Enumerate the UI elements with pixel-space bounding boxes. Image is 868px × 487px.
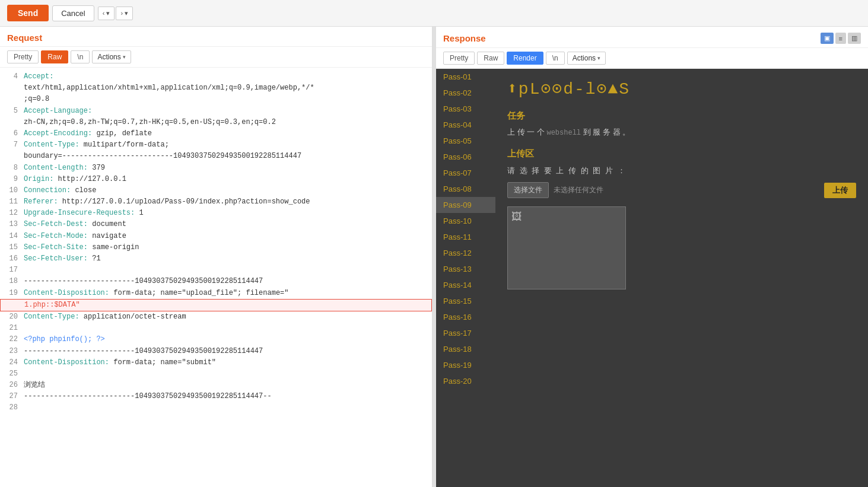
tab-response-n[interactable]: \n <box>546 52 565 65</box>
code-line: 18--------------------------104930375029… <box>0 276 432 287</box>
code-line: 8Content-Length: 379 <box>0 163 432 174</box>
code-line: 9Origin: http://127.0.0.1 <box>0 174 432 185</box>
pass-list-item[interactable]: Pass-18 <box>436 341 495 357</box>
upload-button[interactable]: 上传 <box>824 183 856 198</box>
code-line: 5Accept-Language: <box>0 106 432 117</box>
tab-request-raw[interactable]: Raw <box>41 50 68 63</box>
response-panel: Response ▣ ≡ ▥ Pretty Raw Render \n Acti… <box>436 27 868 487</box>
choose-file-button[interactable]: 选择文件 <box>507 182 549 198</box>
line-number: 27 <box>5 391 18 402</box>
header-key: Referer: <box>24 198 58 206</box>
line-number: 26 <box>5 380 18 391</box>
upload-row: 选择文件 未选择任何文件 上传 <box>507 182 856 198</box>
upload-section: 请 选 择 要 上 传 的 图 片 ： 选择文件 未选择任何文件 上传 🖼 <box>507 165 856 289</box>
header-key: Sec-Fetch-Mode: <box>24 232 88 240</box>
tab-request-n[interactable]: \n <box>71 50 90 63</box>
line-number: 7 <box>5 139 18 151</box>
header-key: Content-Disposition: <box>24 289 109 297</box>
line-content: <?php phpinfo(); ?> <box>24 334 105 345</box>
pass-list-item[interactable]: Pass-05 <box>436 133 495 149</box>
header-value: form-data; name="upload_file"; filename=… <box>109 289 288 297</box>
line-content: 1.php::$DATA" <box>24 300 80 311</box>
header-key: Sec-Fetch-Site: <box>24 243 88 252</box>
send-button[interactable]: Send <box>7 5 49 21</box>
request-code-area[interactable]: 4Accept:text/html,application/xhtml+xml,… <box>0 68 432 487</box>
pass-list-item[interactable]: Pass-01 <box>436 69 495 85</box>
line-number: 19 <box>5 288 18 299</box>
view-icon-split[interactable]: ▣ <box>821 33 834 44</box>
pass-list-item[interactable]: Pass-02 <box>436 85 495 101</box>
request-toolbar: Pretty Raw \n Actions ▾ <box>0 47 432 68</box>
pass-list-item[interactable]: Pass-17 <box>436 325 495 341</box>
view-icon-panel[interactable]: ▥ <box>848 33 861 44</box>
header-value: navigate <box>88 232 126 240</box>
header-key: Origin: <box>24 175 53 183</box>
pass-list-item[interactable]: Pass-07 <box>436 165 495 181</box>
view-icon-list[interactable]: ≡ <box>835 33 846 44</box>
pass-list-item[interactable]: Pass-03 <box>436 101 495 117</box>
line-content: Connection: close <box>24 185 96 196</box>
next-button[interactable]: › ▾ <box>116 7 133 20</box>
code-line: 7Content-Type: multipart/form-data; <box>0 139 432 151</box>
pass-list[interactable]: Pass-01Pass-02Pass-03Pass-04Pass-05Pass-… <box>436 69 495 487</box>
line-content: Sec-Fetch-User: ?1 <box>24 253 101 265</box>
response-panel-header: Response ▣ ≡ ▥ <box>436 27 868 48</box>
pass-list-item[interactable]: Pass-11 <box>436 229 495 245</box>
line-number <box>5 94 18 105</box>
pass-list-item[interactable]: Pass-15 <box>436 293 495 309</box>
line-content: Referer: http://127.0.0.1/upload/Pass-09… <box>24 196 310 208</box>
prev-button[interactable]: ‹ ▾ <box>98 7 115 20</box>
pass-list-item[interactable]: Pass-04 <box>436 117 495 133</box>
tab-response-pretty[interactable]: Pretty <box>443 52 475 65</box>
line-number: 28 <box>5 402 18 413</box>
header-key: Content-Disposition: <box>24 358 109 367</box>
line-content: --------------------------10493037502949… <box>24 276 263 287</box>
pass-list-item[interactable]: Pass-09 <box>436 197 495 213</box>
task-section-title: 任务 <box>507 110 856 122</box>
line-content: Sec-Fetch-Dest: document <box>24 219 126 230</box>
header-value: application/octet-stream <box>80 313 186 321</box>
line-number: 14 <box>5 231 18 242</box>
tab-request-pretty[interactable]: Pretty <box>7 50 39 63</box>
line-number: 17 <box>5 265 18 276</box>
line-content: Content-Type: application/octet-stream <box>24 311 186 323</box>
code-line: 21 <box>0 323 432 334</box>
pass-list-item[interactable]: Pass-16 <box>436 309 495 325</box>
header-key: Accept-Encoding: <box>24 129 92 138</box>
pass-list-item[interactable]: Pass-13 <box>436 261 495 277</box>
tab-response-render[interactable]: Render <box>507 52 543 65</box>
line-content: --------------------------10493037502949… <box>24 346 263 357</box>
line-number <box>5 82 18 94</box>
line-number: 4 <box>5 71 18 82</box>
code-line: 19Content-Disposition: form-data; name="… <box>0 288 432 299</box>
actions-request-label: Actions <box>97 53 120 61</box>
actions-request-button[interactable]: Actions ▾ <box>92 50 131 63</box>
no-file-text: 未选择任何文件 <box>554 185 603 195</box>
pass-list-item[interactable]: Pass-08 <box>436 181 495 197</box>
pass-list-item[interactable]: Pass-06 <box>436 149 495 165</box>
line-number <box>5 117 18 128</box>
line-content: Content-Length: 379 <box>24 163 105 174</box>
code-line: 16Sec-Fetch-User: ?1 <box>0 253 432 265</box>
nav-group: ‹ ▾ › ▾ <box>98 7 133 20</box>
code-line: zh-CN,zh;q=0.8,zh-TW;q=0.7,zh-HK;q=0.5,e… <box>0 117 432 128</box>
tab-response-raw[interactable]: Raw <box>477 52 504 65</box>
header-key: Connection: <box>24 186 71 195</box>
code-line: 28 <box>0 402 432 413</box>
upload-section-title: 上传区 <box>507 148 856 160</box>
code-line: 25 <box>0 368 432 380</box>
cancel-button[interactable]: Cancel <box>52 5 94 21</box>
line-content: zh-CN,zh;q=0.8,zh-TW;q=0.7,zh-HK;q=0.5,e… <box>24 117 276 128</box>
pass-list-item[interactable]: Pass-10 <box>436 213 495 229</box>
pass-list-item[interactable]: Pass-19 <box>436 357 495 373</box>
actions-response-label: Actions <box>573 54 596 62</box>
pass-list-item[interactable]: Pass-20 <box>436 373 495 389</box>
line-content: Content-Disposition: form-data; name="up… <box>24 288 288 299</box>
pass-list-item[interactable]: Pass-12 <box>436 245 495 261</box>
line-number: 13 <box>5 219 18 230</box>
line-number: 15 <box>5 242 18 253</box>
pass-list-item[interactable]: Pass-14 <box>436 277 495 293</box>
actions-response-button[interactable]: Actions ▾ <box>567 52 606 65</box>
actions-request-chevron: ▾ <box>123 54 126 60</box>
code-line: 20Content-Type: application/octet-stream <box>0 311 432 323</box>
